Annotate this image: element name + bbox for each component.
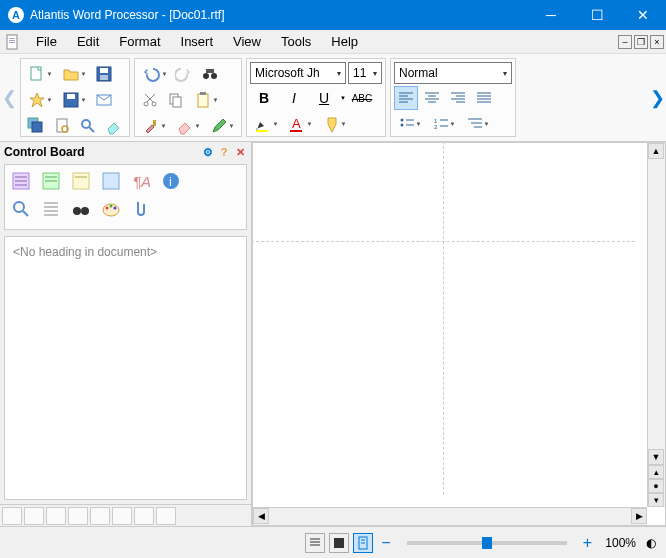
- zoom-percent[interactable]: 100%: [600, 536, 636, 550]
- margin-guide-horizontal: [252, 241, 635, 242]
- cut-button[interactable]: [138, 88, 162, 112]
- vertical-scrollbar[interactable]: ▲ ▼ ▴ ● ▾: [647, 143, 665, 507]
- svg-rect-27: [153, 120, 156, 126]
- numbering-button[interactable]: 12▼: [428, 112, 460, 136]
- pen-button[interactable]: ▼: [206, 114, 238, 138]
- find-button[interactable]: [76, 114, 100, 138]
- menu-format[interactable]: Format: [109, 32, 170, 51]
- preview-button[interactable]: [50, 114, 74, 138]
- view-draft-button[interactable]: [305, 533, 325, 553]
- saveall-button[interactable]: [24, 114, 48, 138]
- align-justify-button[interactable]: [472, 86, 496, 110]
- new-button[interactable]: ▼: [24, 62, 56, 86]
- cb-zoom-icon[interactable]: [9, 197, 33, 221]
- zoom-minus-button[interactable]: −: [377, 534, 394, 552]
- svg-point-16: [82, 120, 90, 128]
- gear-icon[interactable]: ⚙: [201, 145, 215, 159]
- highlight-button[interactable]: ▼: [250, 112, 282, 136]
- cb-blue-icon[interactable]: [99, 169, 123, 193]
- close-panel-icon[interactable]: ✕: [233, 145, 247, 159]
- mail-button[interactable]: [92, 88, 116, 112]
- cb-info-icon[interactable]: i: [159, 169, 183, 193]
- align-right-button[interactable]: [446, 86, 470, 110]
- cb-status-6[interactable]: [112, 507, 132, 525]
- minimize-button[interactable]: ─: [528, 0, 574, 30]
- brush-button[interactable]: ▼: [138, 114, 170, 138]
- next-page-button[interactable]: ▾: [648, 493, 664, 507]
- scroll-down-button[interactable]: ▼: [648, 449, 664, 465]
- menu-insert[interactable]: Insert: [171, 32, 224, 51]
- bullets-button[interactable]: ▼: [394, 112, 426, 136]
- contrast-icon[interactable]: ◐: [646, 536, 656, 550]
- style-combo[interactable]: Normal▾: [394, 62, 512, 84]
- mdi-restore-button[interactable]: ❐: [634, 35, 648, 49]
- cb-status-4[interactable]: [68, 507, 88, 525]
- italic-button[interactable]: I: [280, 86, 308, 110]
- mdi-close-button[interactable]: ×: [650, 35, 664, 49]
- font-name-combo[interactable]: Microsoft Jh▾: [250, 62, 346, 84]
- eraser2-button[interactable]: ▼: [172, 114, 204, 138]
- svg-rect-24: [173, 97, 181, 107]
- save-button[interactable]: [92, 62, 116, 86]
- cb-binoculars-icon[interactable]: [69, 197, 93, 221]
- maximize-button[interactable]: ☐: [574, 0, 620, 30]
- bold-button[interactable]: B: [250, 86, 278, 110]
- close-button[interactable]: ✕: [620, 0, 666, 30]
- view-normal-button[interactable]: [329, 533, 349, 553]
- align-center-button[interactable]: [420, 86, 444, 110]
- scroll-left-button[interactable]: ◀: [253, 508, 269, 524]
- underline-button[interactable]: U: [310, 86, 338, 110]
- scroll-right-button[interactable]: ▶: [631, 508, 647, 524]
- cb-green-icon[interactable]: [39, 169, 63, 193]
- cb-status-2[interactable]: [24, 507, 44, 525]
- view-print-button[interactable]: [353, 533, 373, 553]
- multilevel-button[interactable]: ▼: [462, 112, 494, 136]
- cb-palette-icon[interactable]: [99, 197, 123, 221]
- cb-status-1[interactable]: [2, 507, 22, 525]
- formatpainter-button[interactable]: ▼: [318, 112, 350, 136]
- copy-button[interactable]: [164, 88, 188, 112]
- cb-headings-icon[interactable]: [9, 169, 33, 193]
- browse-object-button[interactable]: ●: [648, 479, 664, 493]
- cb-font-icon[interactable]: ¶A: [129, 169, 153, 193]
- document-canvas[interactable]: ▲ ▼ ▴ ● ▾ ◀ ▶: [252, 142, 666, 526]
- undo-button[interactable]: ▼: [138, 62, 170, 86]
- statusbar: − + 100% ◐: [0, 526, 666, 558]
- cb-status-3[interactable]: [46, 507, 66, 525]
- menu-view[interactable]: View: [223, 32, 271, 51]
- fontcolor-button[interactable]: A▼: [284, 112, 316, 136]
- cb-status-8[interactable]: [156, 507, 176, 525]
- cb-status: [0, 504, 251, 526]
- prev-page-button[interactable]: ▴: [648, 465, 664, 479]
- toolbar-prev-button[interactable]: ❮: [0, 54, 18, 141]
- zoom-plus-button[interactable]: +: [579, 534, 596, 552]
- file-group: ▼ ▼ ▼ ▼: [20, 58, 130, 137]
- svg-text:¶A: ¶A: [133, 173, 151, 190]
- cb-status-7[interactable]: [134, 507, 154, 525]
- zoom-slider[interactable]: [407, 541, 567, 545]
- help-icon[interactable]: ?: [217, 145, 231, 159]
- cb-status-5[interactable]: [90, 507, 110, 525]
- horizontal-scrollbar[interactable]: ◀ ▶: [253, 507, 647, 525]
- menu-help[interactable]: Help: [321, 32, 368, 51]
- menu-tools[interactable]: Tools: [271, 32, 321, 51]
- strike-button[interactable]: ABC: [348, 86, 376, 110]
- scroll-up-button[interactable]: ▲: [648, 143, 664, 159]
- saveas-button[interactable]: ▼: [58, 88, 90, 112]
- redo-button[interactable]: [172, 62, 196, 86]
- favorite-button[interactable]: ▼: [24, 88, 56, 112]
- toolbar-next-button[interactable]: ❯: [648, 54, 666, 141]
- eraser-button[interactable]: [102, 114, 126, 138]
- paste-button[interactable]: ▼: [190, 88, 222, 112]
- menu-file[interactable]: File: [26, 32, 67, 51]
- binoculars-button[interactable]: [198, 62, 222, 86]
- cb-yellow-icon[interactable]: [69, 169, 93, 193]
- mdi-minimize-button[interactable]: –: [618, 35, 632, 49]
- page[interactable]: [252, 142, 635, 495]
- cb-clip-icon[interactable]: [129, 197, 153, 221]
- font-size-combo[interactable]: 11▾: [348, 62, 382, 84]
- align-left-button[interactable]: [394, 86, 418, 110]
- open-button[interactable]: ▼: [58, 62, 90, 86]
- menu-edit[interactable]: Edit: [67, 32, 109, 51]
- cb-lines-icon[interactable]: [39, 197, 63, 221]
